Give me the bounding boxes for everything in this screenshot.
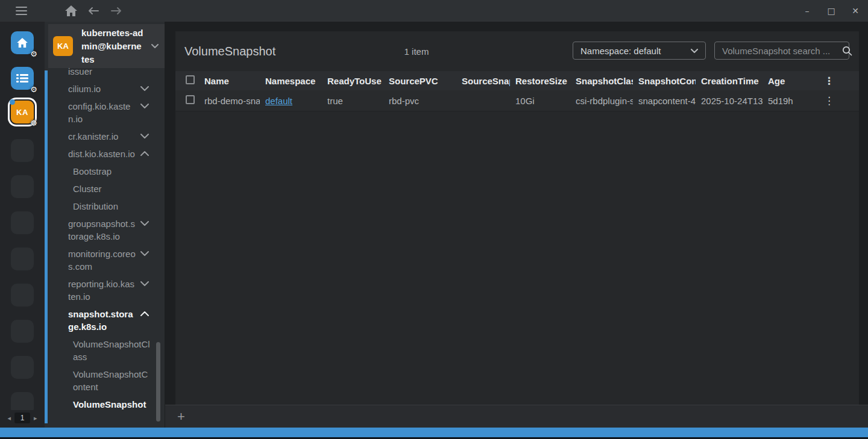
main-panel: VolumeSnapshot 1 item Namespace: default… — [175, 31, 859, 405]
column-header[interactable]: Age — [763, 76, 805, 86]
page-next-icon[interactable]: ▸ — [34, 414, 37, 422]
sidebar-item-label: Distribution — [73, 200, 150, 213]
table-row[interactable]: rbd-demo-snap default true rbd-pvc 10Gi … — [175, 90, 859, 111]
sidebar-item-snapshot-storage-k8s-io[interactable]: snapshot.storage.k8s.io — [48, 308, 165, 333]
column-header[interactable]: SnapshotClass — [570, 76, 633, 86]
status-bar — [0, 428, 868, 437]
column-header[interactable]: Namespace — [260, 76, 322, 86]
row-checkbox[interactable] — [186, 95, 195, 104]
rail-placeholder — [11, 175, 34, 198]
column-header[interactable]: SourcePVC — [383, 76, 456, 86]
page-title: VolumeSnapshot — [184, 31, 275, 71]
namespace-filter[interactable]: Namespace: default — [573, 42, 706, 60]
select-all-checkbox[interactable] — [186, 75, 195, 84]
chevron-down-icon — [140, 221, 149, 226]
rail-placeholder — [11, 139, 34, 162]
add-button[interactable]: + — [177, 410, 185, 423]
cell-age: 5d19h — [763, 96, 805, 106]
cell-snapshot-class: csi-rbdplugin-sr — [570, 96, 633, 106]
navigation-rail: ⚙ ⚙ KA ☸ ◂ 1 ▸ — [0, 22, 45, 428]
rail-placeholder — [11, 284, 34, 307]
column-header[interactable]: CreationTime — [696, 76, 763, 86]
column-header[interactable]: Name — [199, 76, 260, 86]
cell-name: rbd-demo-snap — [199, 96, 260, 106]
namespace-filter-label: Namespace: default — [580, 46, 661, 56]
chevron-down-icon — [140, 134, 149, 139]
sidebar-item-volumesnapshot[interactable]: VolumeSnapshot — [48, 398, 165, 411]
row-menu-button[interactable]: ⋮ — [824, 95, 834, 107]
chevron-up-icon — [140, 151, 149, 156]
sidebar-item-cluster[interactable]: Cluster — [48, 182, 165, 195]
rail-home-button[interactable]: ⚙ — [11, 31, 34, 54]
sidebar-item-config-kio-kasten-io[interactable]: config.kio.kasten.io — [48, 100, 165, 125]
rail-cluster-button[interactable]: KA ☸ — [11, 101, 34, 123]
kubernetes-wheel-icon: ☸ — [30, 119, 37, 128]
cluster-selector[interactable]: KA kubernetes-admin@kubernetes — [48, 24, 165, 68]
back-arrow-icon[interactable] — [87, 6, 99, 16]
sidebar-item-label: VolumeSnapshot — [73, 398, 150, 411]
column-header[interactable]: RestoreSize — [510, 76, 570, 86]
chevron-down-icon — [151, 44, 159, 48]
rail-placeholder — [11, 248, 34, 270]
sidebar-item-cr-kanister-io[interactable]: cr.kanister.io — [48, 130, 165, 143]
gear-icon: ⚙ — [30, 49, 37, 58]
maximize-button[interactable]: □ — [826, 6, 837, 16]
bottom-toolbar: + — [165, 405, 868, 428]
rail-placeholder — [11, 211, 34, 234]
rail-placeholder — [11, 320, 34, 343]
search-input[interactable] — [722, 46, 842, 56]
sidebar-item-volumesnapshotclass[interactable]: VolumeSnapshotClass — [48, 338, 165, 363]
sidebar-scrollbar[interactable] — [156, 342, 160, 422]
chevron-down-icon — [140, 251, 149, 256]
page-prev-icon[interactable]: ◂ — [7, 414, 11, 422]
cluster-name: kubernetes-admin@kubernetes — [81, 26, 144, 66]
sidebar-item-label: reporting.kio.kasten.io — [68, 278, 136, 303]
cell-creation-time: 2025-10-24T13 — [696, 96, 763, 106]
home-icon — [17, 38, 28, 48]
namespace-link[interactable]: default — [265, 96, 292, 106]
rail-placeholder — [11, 356, 34, 379]
chevron-down-icon — [140, 86, 149, 91]
home-icon[interactable] — [65, 5, 77, 16]
minimize-button[interactable]: – — [802, 6, 813, 16]
rail-pagination: ◂ 1 ▸ — [0, 410, 45, 426]
list-icon — [16, 73, 28, 83]
sidebar-item-volumesnapshotcontent[interactable]: VolumeSnapshotContent — [48, 368, 165, 393]
accent-strip — [45, 70, 48, 423]
sidebar-item-label: cilium.io — [68, 83, 136, 95]
cluster-avatar: KA — [53, 36, 73, 56]
chevron-up-icon — [140, 311, 149, 316]
cell-restore-size: 10Gi — [510, 96, 570, 106]
title-bar: – □ ✕ — [0, 0, 868, 22]
sidebar-item-label: monitoring.coreos.com — [68, 248, 136, 273]
column-header[interactable]: SourceSnapshc — [456, 76, 510, 86]
column-header[interactable]: ReadyToUse — [322, 76, 383, 86]
app-window: – □ ✕ ⚙ ⚙ KA ☸ — [0, 0, 868, 439]
rail-resources-button[interactable]: ⚙ — [11, 67, 34, 90]
search-box — [714, 42, 849, 60]
sidebar-item-distribution[interactable]: Distribution — [48, 200, 165, 213]
column-menu-button[interactable]: ⋮ — [824, 75, 834, 87]
sidebar-item-cilium-io[interactable]: cilium.io — [48, 83, 165, 95]
chevron-down-icon — [140, 281, 149, 286]
search-icon[interactable] — [842, 46, 852, 56]
page-number[interactable]: 1 — [14, 413, 30, 423]
cell-ready-to-use: true — [322, 96, 383, 106]
cluster-initials: KA — [16, 108, 28, 117]
sidebar-item-label: snapshot.storage.k8s.io — [68, 308, 136, 333]
menu-icon[interactable] — [16, 7, 27, 15]
sidebar-item-label: dist.kio.kasten.io — [68, 148, 136, 160]
sidebar-item-groupsnapshot-storage-k8s-io[interactable]: groupsnapshot.storage.k8s.io — [48, 217, 165, 243]
sidebar-item-dist-kio-kasten-io[interactable]: dist.kio.kasten.io — [48, 148, 165, 160]
sidebar-item-monitoring-coreos-com[interactable]: monitoring.coreos.com — [48, 248, 165, 273]
forward-arrow-icon[interactable] — [110, 6, 122, 16]
column-header[interactable]: SnapshotConte — [633, 76, 696, 86]
status-dot — [10, 99, 15, 105]
sidebar-item-bootstrap[interactable]: Bootstrap — [48, 165, 165, 178]
close-button[interactable]: ✕ — [850, 6, 861, 16]
sidebar-item-label: VolumeSnapshotContent — [73, 368, 150, 393]
sidebar-item-label: groupsnapshot.storage.k8s.io — [68, 217, 136, 243]
sidebar-item-label: config.kio.kasten.io — [68, 100, 136, 125]
sidebar-item-label: Cluster — [73, 182, 150, 195]
sidebar-item-reporting-kio-kasten-io[interactable]: reporting.kio.kasten.io — [48, 278, 165, 303]
